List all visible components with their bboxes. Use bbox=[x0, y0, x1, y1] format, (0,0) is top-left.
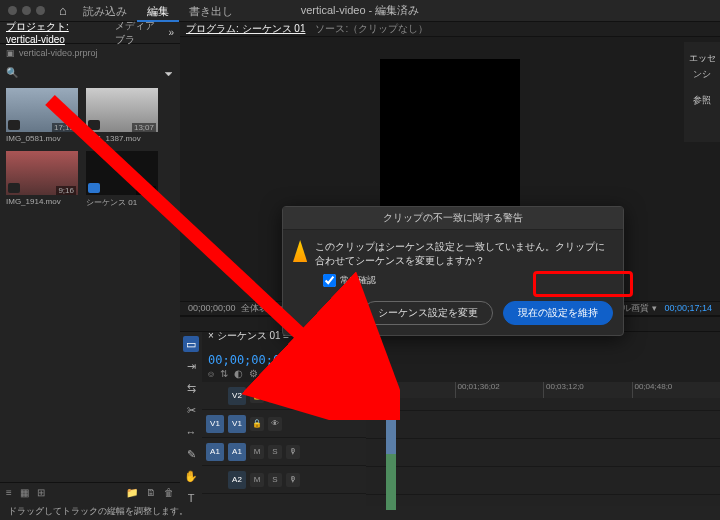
video-clip[interactable] bbox=[386, 398, 396, 454]
time-ruler[interactable]: ;00;00 00;01;36;02 00;03;12;0 00;04;48;0 bbox=[366, 382, 720, 398]
timeline-canvas[interactable]: ;00;00 00;01;36;02 00;03;12;0 00;04;48;0 bbox=[366, 382, 720, 506]
timeline-seq-tab[interactable]: シーケンス 01 bbox=[217, 330, 281, 341]
project-tab[interactable]: プロジェクト: vertical-video bbox=[0, 20, 109, 45]
marker-icon[interactable]: ◐ bbox=[234, 368, 243, 379]
clip-item[interactable]: 9;16 IMG_1914.mov bbox=[6, 151, 78, 208]
clip-item[interactable]: 17;19 IMG_0581.mov bbox=[6, 88, 78, 143]
settings-icon[interactable]: ⚙ bbox=[249, 368, 258, 379]
home-icon[interactable]: ⌂ bbox=[59, 3, 67, 18]
snap-icon[interactable]: ⌾ bbox=[208, 368, 214, 379]
track-header-v1[interactable]: V1V1 🔒👁 bbox=[202, 410, 366, 438]
media-tab[interactable]: メディアブラ bbox=[109, 19, 168, 47]
razor-tool-icon[interactable]: ✂ bbox=[183, 402, 199, 418]
ripple-tool-icon[interactable]: ⇆ bbox=[183, 380, 199, 396]
new-bin-icon[interactable]: 📁 bbox=[126, 487, 138, 498]
track-header-a2[interactable]: A2 MS🎙 bbox=[202, 466, 366, 494]
selection-tool-icon[interactable]: ▭ bbox=[183, 336, 199, 352]
search-icon[interactable]: 🔍 bbox=[6, 67, 16, 78]
track-header-v2[interactable]: V2 🔒👁 bbox=[202, 382, 366, 410]
project-file: vertical-video.prproj bbox=[19, 48, 98, 58]
icon-view-icon[interactable]: ▦ bbox=[20, 487, 29, 498]
src-patch-v1[interactable]: V1 bbox=[206, 415, 224, 433]
program-tab[interactable]: プログラム: シーケンス 01 bbox=[186, 22, 305, 36]
clip-mismatch-dialog: クリップの不一致に関する警告 このクリップはシーケンス設定と一致していません。ク… bbox=[282, 206, 624, 336]
essentials-tab[interactable]: エッセンシ bbox=[684, 48, 720, 84]
tab-export[interactable]: 書き出し bbox=[179, 0, 243, 22]
track-eye-icon[interactable]: 👁 bbox=[268, 389, 282, 403]
close-dot[interactable] bbox=[8, 6, 17, 15]
track-select-tool-icon[interactable]: ⇥ bbox=[183, 358, 199, 374]
always-ask-checkbox[interactable] bbox=[323, 274, 336, 287]
min-dot[interactable] bbox=[22, 6, 31, 15]
linked-sel-icon[interactable]: ⇅ bbox=[220, 368, 228, 379]
warning-icon bbox=[293, 240, 307, 262]
program-tc-right: 00;00;17;14 bbox=[664, 303, 712, 313]
trash-icon[interactable]: 🗑 bbox=[164, 487, 174, 498]
hand-tool-icon[interactable]: ✋ bbox=[183, 468, 199, 484]
sequence-item[interactable]: 0;00 シーケンス 01 bbox=[86, 151, 158, 208]
filter-icon[interactable]: 🞃 bbox=[164, 67, 174, 78]
list-view-icon[interactable]: ≡ bbox=[6, 487, 12, 498]
reference-tab[interactable]: 参照 bbox=[684, 92, 720, 108]
change-sequence-button[interactable]: シーケンス設定を変更 bbox=[363, 301, 493, 325]
track-header-a1[interactable]: A1A1 MS🎙 bbox=[202, 438, 366, 466]
new-item-icon[interactable]: 🗎 bbox=[146, 487, 156, 498]
src-patch-a1[interactable]: A1 bbox=[206, 443, 224, 461]
dialog-title: クリップの不一致に関する警告 bbox=[283, 207, 623, 230]
keep-settings-button[interactable]: 現在の設定を維持 bbox=[503, 301, 613, 325]
always-ask-label: 常に確認 bbox=[340, 274, 376, 287]
window-controls[interactable] bbox=[8, 6, 45, 15]
fit-dropdown[interactable]: 全体表示 bbox=[241, 303, 277, 313]
program-tc-left: 00;00;00;00 bbox=[188, 303, 236, 313]
max-dot[interactable] bbox=[36, 6, 45, 15]
bin-icon: ▣ bbox=[6, 48, 15, 58]
project-search-input[interactable] bbox=[20, 67, 160, 78]
audio-clip[interactable] bbox=[386, 454, 396, 510]
slip-tool-icon[interactable]: ↔ bbox=[183, 424, 199, 440]
source-tab[interactable]: ソース:（クリップなし） bbox=[315, 22, 428, 36]
freeform-view-icon[interactable]: ⊞ bbox=[37, 487, 45, 498]
panel-menu-icon[interactable]: » bbox=[168, 27, 174, 38]
track-lock-icon[interactable]: 🔒 bbox=[250, 389, 264, 403]
clip-item[interactable]: 13;07 IMG_1387.mov bbox=[86, 88, 158, 143]
dialog-message: このクリップはシーケンス設定と一致していません。クリップに合わせてシーケンスを変… bbox=[315, 240, 613, 268]
window-title: vertical-video - 編集済み bbox=[301, 3, 420, 18]
pen-tool-icon[interactable]: ✎ bbox=[183, 446, 199, 462]
